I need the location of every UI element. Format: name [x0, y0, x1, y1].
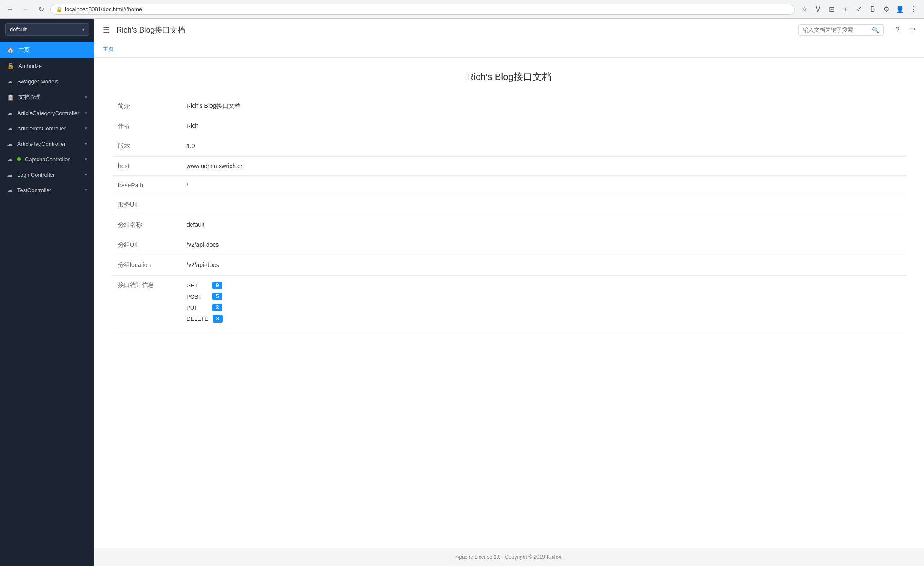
- table-row: 简介 Rich's Blog接口文档: [111, 96, 907, 116]
- ext1-button[interactable]: V: [812, 3, 824, 15]
- lang-button[interactable]: 中: [909, 26, 915, 34]
- ext2-button[interactable]: ⊞: [826, 3, 838, 15]
- chevron-icon: ▾: [85, 110, 87, 116]
- browser-actions: ☆ V ⊞ + ✓ B ⚙ 👤 ⋮: [798, 3, 920, 15]
- ext6-button[interactable]: ⚙: [880, 3, 892, 15]
- address-bar[interactable]: 🔒 localhost:8081/doc.html#/home: [50, 4, 795, 15]
- chevron-icon: ▾: [85, 126, 87, 131]
- footer: Apache License 2.0 | Copyright © 2019-Kn…: [94, 548, 924, 566]
- sidebar-label-login: LoginController: [17, 172, 80, 178]
- header-actions: ? 中: [891, 23, 915, 37]
- table-row: 版本 1.0: [111, 136, 907, 157]
- chevron-icon: ▾: [85, 172, 87, 178]
- cloud-icon: ☁: [7, 187, 13, 193]
- menu-toggle-icon[interactable]: ☰: [103, 25, 110, 35]
- star-button[interactable]: ☆: [798, 3, 810, 15]
- table-row: host www.admin.xwrich.cn: [111, 157, 907, 176]
- browser-chrome: ← → ↻ 🔒 localhost:8081/doc.html#/home ☆ …: [0, 0, 924, 19]
- breadcrumb-home[interactable]: 主页: [103, 46, 114, 52]
- stats-label: 接口统计信息: [111, 276, 180, 332]
- field-value: Rich: [180, 116, 907, 136]
- sidebar-nav: 🏠 主页 🔒 Authorize ☁ Swagger Models 📋 文档管理…: [0, 40, 94, 566]
- sidebar-label-article-info: ArticleInfoController: [17, 125, 80, 132]
- sidebar-label-article-tag: ArticleTagController: [17, 141, 80, 147]
- field-label: 分组名称: [111, 215, 180, 235]
- cloud-icon: ☁: [7, 140, 13, 147]
- sidebar-label-article-category: ArticleCategoryController: [17, 110, 80, 116]
- sidebar-item-article-tag[interactable]: ☁ ArticleTagController ▾: [0, 136, 94, 151]
- status-dot: [17, 157, 21, 161]
- field-value: Rich's Blog接口文档: [180, 96, 907, 116]
- sidebar-item-article-info[interactable]: ☁ ArticleInfoController ▾: [0, 121, 94, 136]
- forward-button[interactable]: →: [20, 3, 32, 15]
- field-value: /v2/api-docs: [180, 255, 907, 276]
- sidebar-label-swagger-models: Swagger Models: [17, 78, 87, 85]
- table-row: basePath /: [111, 176, 907, 195]
- help-button[interactable]: ?: [891, 23, 904, 37]
- app-wrapper: default ▾ 🏠 主页 🔒 Authorize ☁ Swagger Mod…: [0, 19, 924, 566]
- sidebar-item-test[interactable]: ☁ TestController ▾: [0, 182, 94, 198]
- method-delete-label: DELETE: [187, 316, 208, 322]
- field-label: 分组Url: [111, 235, 180, 255]
- cloud-icon: ☁: [7, 78, 13, 85]
- search-input[interactable]: [803, 27, 869, 33]
- method-get-badge: 9: [212, 282, 222, 289]
- field-label: host: [111, 157, 180, 176]
- chevron-icon: ▾: [85, 187, 87, 193]
- sidebar-label-authorize: Authorize: [18, 63, 87, 69]
- sidebar-item-captcha[interactable]: ☁ CaptchaController ▾: [0, 151, 94, 167]
- search-icon[interactable]: 🔍: [872, 27, 879, 33]
- table-row: 服务Url: [111, 195, 907, 215]
- group-select[interactable]: default: [5, 23, 89, 36]
- field-value: www.admin.xwrich.cn: [180, 157, 907, 176]
- sidebar-item-swagger-models[interactable]: ☁ Swagger Models: [0, 74, 94, 89]
- chevron-icon: ▾: [85, 95, 87, 100]
- method-row-delete: DELETE 3: [187, 315, 900, 323]
- table-row: 分组location /v2/api-docs: [111, 255, 907, 276]
- breadcrumb-bar: 主页: [94, 41, 924, 58]
- top-header: ☰ Rich's Blog接口文档 🔍 ? 中: [94, 19, 924, 41]
- table-row-stats: 接口统计信息 GET 9 POST 5 PUT: [111, 276, 907, 332]
- method-post-badge: 5: [212, 293, 222, 300]
- field-value: default: [180, 215, 907, 235]
- sidebar-select-container: default ▾: [5, 23, 89, 36]
- field-label: 版本: [111, 136, 180, 157]
- reload-button[interactable]: ↻: [35, 3, 47, 15]
- sidebar-label-doc-mgmt: 文档管理: [18, 93, 80, 101]
- ext3-button[interactable]: +: [839, 3, 851, 15]
- sidebar-item-login[interactable]: ☁ LoginController ▾: [0, 167, 94, 182]
- sidebar-item-article-category[interactable]: ☁ ArticleCategoryController ▾: [0, 105, 94, 121]
- chevron-icon: ▾: [85, 141, 87, 147]
- field-value: /: [180, 176, 907, 195]
- lock-icon: 🔒: [56, 6, 62, 12]
- method-delete-badge: 3: [213, 315, 223, 323]
- method-put-label: PUT: [187, 305, 208, 311]
- ext4-button[interactable]: ✓: [853, 3, 865, 15]
- back-button[interactable]: ←: [4, 3, 16, 15]
- profile-button[interactable]: 👤: [894, 3, 906, 15]
- sidebar-item-doc-mgmt[interactable]: 📋 文档管理 ▾: [0, 89, 94, 105]
- menu-button[interactable]: ⋮: [908, 3, 920, 15]
- ext5-button[interactable]: B: [867, 3, 879, 15]
- sidebar-select-wrap: default ▾: [0, 19, 94, 40]
- page-title: Rich's Blog接口文档: [111, 71, 907, 83]
- method-put-badge: 3: [212, 304, 222, 311]
- field-label: basePath: [111, 176, 180, 195]
- doc-icon: 📋: [7, 94, 14, 101]
- sidebar-item-authorize[interactable]: 🔒 Authorize: [0, 58, 94, 74]
- cloud-icon: ☁: [7, 171, 13, 178]
- method-row-post: POST 5: [187, 293, 900, 300]
- field-label: 作者: [111, 116, 180, 136]
- method-row-put: PUT 3: [187, 304, 900, 311]
- footer-text: Apache License 2.0 | Copyright © 2019-Kn…: [456, 554, 562, 560]
- sidebar-label-home: 主页: [18, 46, 87, 54]
- cloud-icon: ☁: [7, 110, 13, 116]
- table-row: 分组名称 default: [111, 215, 907, 235]
- home-icon: 🏠: [7, 47, 14, 53]
- field-value: [180, 195, 907, 215]
- info-table: 简介 Rich's Blog接口文档 作者 Rich 版本 1.0 host w…: [111, 96, 907, 332]
- sidebar-item-home[interactable]: 🏠 主页: [0, 42, 94, 58]
- field-label: 服务Url: [111, 195, 180, 215]
- sidebar-label-captcha: CaptchaController: [25, 156, 80, 163]
- cloud-icon: ☁: [7, 156, 13, 163]
